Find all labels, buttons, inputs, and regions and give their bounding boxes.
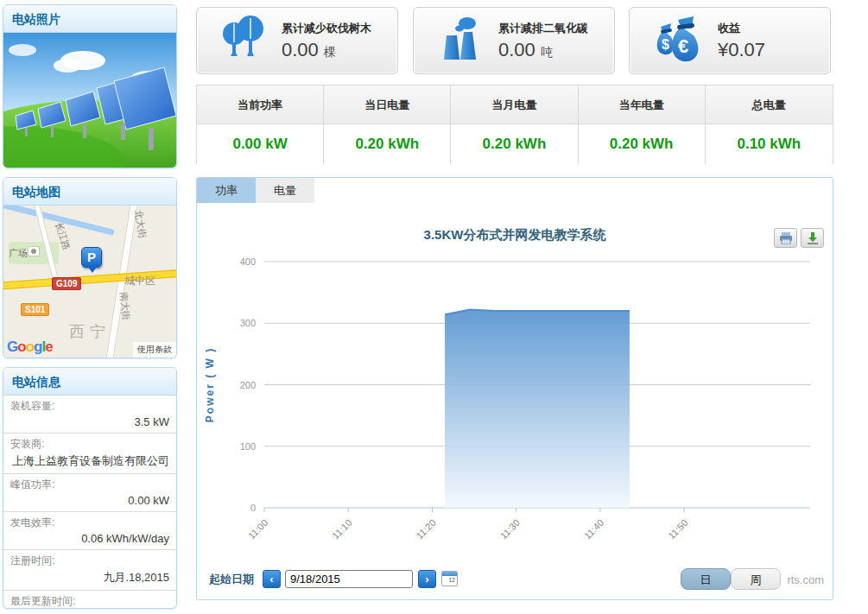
map-place-label: 广场 — [9, 247, 28, 260]
svg-text:400: 400 — [240, 256, 256, 267]
chart-tabs: 功率 电量 — [197, 178, 314, 203]
logo-letter: o — [26, 339, 34, 355]
map-terms-link[interactable]: 使用条款 — [133, 342, 176, 358]
stat-total-energy: 总电量 0.10 kWh — [706, 85, 833, 163]
range-week-button[interactable]: 周 — [731, 568, 781, 590]
info-value: 上海上益教育设备制造有限公司 — [10, 452, 169, 469]
station-map-marker[interactable]: P — [81, 247, 102, 268]
card-unit: 棵 — [324, 45, 336, 59]
start-date-label: 起始日期 — [209, 572, 254, 587]
info-row: 注册时间: 九月.18,2015 — [3, 550, 176, 591]
logo-letter: o — [17, 339, 25, 355]
energy-stats-table: 当前功率 0.00 kW 当日电量 0.20 kWh 当月电量 0.20 kWh… — [196, 85, 833, 164]
stat-yearly-energy: 当年电量 0.20 kWh — [579, 85, 706, 163]
svg-text:11:50: 11:50 — [666, 517, 689, 541]
trees-saved-card: 累计减少砍伐树木 0.00 棵 — [196, 7, 398, 74]
google-logo[interactable]: Google — [7, 339, 53, 356]
map-street-label: 南大街 — [117, 291, 132, 320]
stat-header: 当年电量 — [579, 85, 705, 124]
chevron-left-icon: ‹ — [269, 573, 273, 586]
info-value: 0.06 kWh/kW/day — [10, 530, 169, 545]
svg-text:300: 300 — [240, 318, 256, 328]
card-value-number: 0.00 — [282, 39, 319, 60]
stat-header: 当日电量 — [324, 85, 450, 124]
svg-text:11:20: 11:20 — [414, 517, 437, 541]
stat-header: 总电量 — [706, 85, 833, 124]
card-value: 0.00 吨 — [498, 39, 588, 61]
svg-text:€: € — [678, 35, 688, 57]
info-row: 装机容量: 3.5 kW — [3, 396, 176, 434]
info-label: 最后更新时间: — [10, 594, 169, 609]
camera-icon — [28, 246, 40, 256]
logo-letter: g — [34, 339, 41, 355]
svg-text:100: 100 — [240, 441, 256, 452]
route-badge-s101: S101 — [21, 303, 49, 316]
svg-text:11:10: 11:10 — [330, 517, 353, 541]
stat-monthly-energy: 当月电量 0.20 kWh — [451, 85, 578, 163]
info-value: 3.5 kW — [10, 414, 169, 428]
station-info-panel: 电站信息 装机容量: 3.5 kW 安装商: 上海上益教育设备制造有限公司 峰值… — [3, 367, 177, 609]
stat-header: 当月电量 — [451, 85, 577, 124]
info-value: 0.00 kW — [10, 492, 169, 507]
prev-day-button[interactable]: ‹ — [263, 570, 281, 588]
logo-letter: e — [45, 339, 52, 355]
info-label: 发电效率: — [10, 516, 169, 530]
stat-header: 当前功率 — [197, 85, 323, 124]
info-row: 最后更新时间: 九月.18 11:27,GMT +8,2015 — [3, 591, 176, 609]
map-street-label: 北大街 — [131, 209, 149, 239]
stat-current-power: 当前功率 0.00 kW — [197, 85, 324, 163]
info-label: 安装商: — [10, 437, 169, 452]
card-value: ¥0.07 — [718, 39, 765, 61]
dashboard: 电站照片 — [0, 0, 868, 614]
card-value: 0.00 棵 — [282, 39, 371, 61]
info-row: 发电效率: 0.06 kWh/kW/day — [3, 512, 176, 550]
stat-value: 0.10 kWh — [706, 124, 833, 164]
calendar-button[interactable]: 12 — [441, 571, 458, 586]
svg-text:200: 200 — [240, 380, 256, 390]
svg-text:11:40: 11:40 — [582, 517, 605, 541]
svg-text:$: $ — [662, 37, 669, 52]
tab-energy[interactable]: 电量 — [256, 178, 314, 203]
chart-watermark: rts.com — [787, 573, 824, 586]
co2-towers-icon — [436, 15, 486, 66]
info-label: 装机容量: — [10, 399, 169, 414]
info-value: 九月.18,2015 — [10, 568, 169, 586]
svg-text:11:30: 11:30 — [498, 517, 522, 541]
stat-value: 0.20 kWh — [579, 124, 705, 164]
route-badge-g109: G109 — [52, 277, 81, 290]
station-info-title: 电站信息 — [3, 368, 176, 396]
card-label: 累计减排二氧化碳 — [498, 21, 588, 36]
svg-text:11:00: 11:00 — [246, 517, 269, 541]
station-photo-title: 电站照片 — [3, 5, 176, 33]
station-map-title: 电站地图 — [3, 178, 176, 206]
station-photo — [3, 33, 176, 168]
station-map[interactable]: 长江路 北大街 南大街 城中区 广场 西宁 G109 S101 P Google… — [3, 206, 176, 358]
chart-controls: 起始日期 ‹ › 12 rts.com 日 周 — [197, 568, 833, 591]
power-area-chart: 010020030040011:0011:1011:2011:3011:4011… — [200, 224, 830, 554]
tab-power[interactable]: 功率 — [197, 178, 256, 203]
card-unit: 吨 — [541, 45, 553, 59]
stat-value: 0.20 kWh — [324, 124, 450, 164]
map-district-label: 城中区 — [124, 274, 155, 288]
solar-panels-illustration — [3, 33, 176, 168]
co2-reduction-card: 累计减排二氧化碳 0.00 吨 — [413, 7, 615, 74]
info-row: 安装商: 上海上益教育设备制造有限公司 — [3, 434, 176, 474]
money-bags-icon: $ € — [652, 15, 706, 66]
card-value-number: ¥0.07 — [718, 39, 765, 60]
trees-icon — [219, 15, 269, 66]
range-day-button[interactable]: 日 — [681, 568, 731, 590]
revenue-card: $ € 收益 ¥0.07 — [629, 7, 831, 74]
start-date-input[interactable] — [285, 570, 413, 588]
next-day-button[interactable]: › — [418, 570, 436, 588]
stat-value: 0.20 kWh — [451, 124, 577, 164]
logo-letter: G — [7, 339, 17, 355]
info-label: 注册时间: — [10, 554, 169, 568]
card-label: 累计减少砍伐树木 — [282, 21, 371, 36]
svg-text:0: 0 — [250, 503, 256, 513]
info-label: 峰值功率: — [10, 478, 169, 492]
card-value-number: 0.00 — [498, 39, 535, 60]
stat-value: 0.00 kW — [197, 124, 323, 164]
station-photo-panel: 电站照片 — [3, 4, 177, 168]
svg-text:Power ( W ): Power ( W ) — [204, 347, 216, 422]
calendar-day-number: 12 — [442, 576, 457, 585]
